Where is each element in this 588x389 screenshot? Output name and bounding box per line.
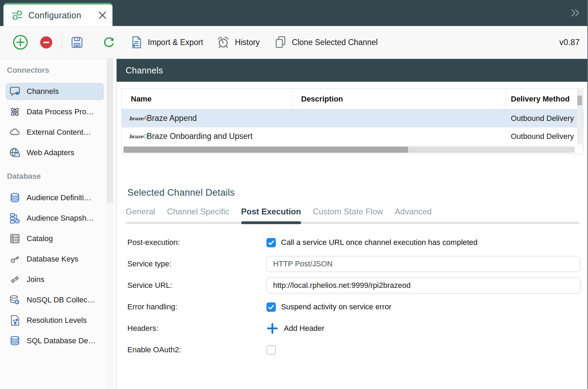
sidebar-item-nosql-collections[interactable]: NoSQL DB Collec… (0, 290, 116, 310)
toolbar-divider (62, 34, 62, 50)
form-row-error-handling: Error handling: Suspend activity on serv… (117, 299, 587, 315)
sidebar-item-label: NoSQL DB Collec… (27, 295, 95, 304)
form-row-service-type: Service type: (117, 256, 587, 272)
sidebar-item-label: Catalog (27, 234, 53, 243)
channel-description (292, 127, 506, 145)
tab-general[interactable]: General (126, 206, 155, 224)
sidebar-item-label: External Content… (27, 128, 91, 137)
sidebar-item-sql-database[interactable]: SQL Database De… (0, 330, 116, 351)
resolution-icon (9, 315, 21, 326)
sidebar-item-label: Data Process Pro… (27, 107, 94, 116)
snapshot-icon (9, 212, 21, 224)
clone-channel-label: Clone Selected Channel (292, 38, 378, 47)
service-url-input[interactable] (266, 277, 580, 293)
main-panel: Channels Name Description Delivery Metho… (117, 59, 587, 389)
channels-icon (9, 86, 21, 97)
channel-delivery-method: Outbound Delivery (506, 127, 583, 145)
clone-channel-button[interactable]: Clone Selected Channel (275, 36, 378, 48)
version-label: v0.87 (559, 37, 580, 47)
sidebar-item-label: Channels (27, 87, 59, 96)
sidebar: Connectors Channels (0, 59, 117, 389)
plus-icon (266, 322, 278, 334)
column-header-description[interactable]: Description (292, 89, 506, 109)
sidebar-section-connectors: Connectors (7, 66, 116, 75)
sidebar-item-external-content[interactable]: External Content… (0, 122, 116, 142)
sidebar-item-resolution-levels[interactable]: Resolution Levels (0, 310, 116, 330)
service-type-label: Service type: (117, 259, 266, 268)
channels-panel-header: Channels (117, 59, 587, 82)
error-handling-label: Error handling: (117, 302, 266, 311)
key-icon (9, 253, 21, 265)
sliders-icon (11, 9, 23, 21)
sidebar-section-database: Database (7, 172, 116, 181)
tab-custom-state-flow[interactable]: Custom State Flow (313, 206, 383, 224)
sidebar-item-data-process[interactable]: Data Process Pro… (0, 101, 116, 122)
globe-icon (9, 147, 21, 159)
column-header-delivery-method[interactable]: Delivery Method (506, 89, 583, 109)
sidebar-item-label: Database Keys (27, 255, 78, 264)
form-row-service-url: Service URL: (117, 277, 587, 293)
sidebar-item-audience-snapshots[interactable]: Audience Snapsh… (0, 208, 116, 228)
sidebar-scrollbar[interactable] (107, 59, 113, 389)
overflow-chevrons-icon[interactable] (571, 8, 580, 19)
channel-delivery-method: Outbound Delivery (506, 109, 583, 127)
tab-title: Configuration (28, 10, 81, 20)
sidebar-item-catalog[interactable]: Catalog (0, 228, 116, 249)
remove-button[interactable] (40, 36, 53, 49)
tab-configuration[interactable]: Configuration (3, 3, 112, 26)
catalog-icon (9, 233, 21, 245)
sidebar-item-audience-definitions[interactable]: Audience Definiti… (0, 187, 116, 208)
sidebar-item-label: SQL Database De… (27, 336, 96, 345)
error-handling-checkbox[interactable] (266, 302, 276, 312)
form-row-oauth: Enable OAuth2: (117, 342, 587, 358)
table-vertical-scrollbar-thumb[interactable] (577, 96, 582, 105)
sidebar-item-label: Audience Snapsh… (27, 214, 94, 223)
sidebar-item-database-keys[interactable]: Database Keys (0, 249, 116, 269)
table-horizontal-scrollbar-thumb[interactable] (124, 147, 408, 153)
error-handling-checkbox-label: Suspend activity on service error (281, 302, 391, 311)
sql-database-icon (9, 335, 21, 347)
tab-advanced[interactable]: Advanced (395, 206, 432, 224)
post-execution-form: Post-execution: Call a service URL once … (117, 235, 587, 358)
history-button[interactable]: History (217, 36, 260, 48)
close-tab-icon[interactable] (99, 11, 106, 19)
history-label: History (235, 38, 260, 47)
sidebar-item-label: Audience Definiti… (27, 193, 91, 202)
column-header-name[interactable]: Name (122, 89, 292, 109)
sidebar-scrollbar-thumb[interactable] (107, 59, 113, 203)
channels-table: Name Description Delivery Method brazeA … (121, 88, 584, 154)
sidebar-item-channels[interactable]: Channels (0, 81, 116, 101)
sidebar-item-label: Joins (27, 275, 44, 284)
refresh-button[interactable] (103, 36, 115, 48)
table-row[interactable]: brazeA Braze Append Outbound Delivery (122, 109, 583, 127)
table-row[interactable]: brazeO Braze Onboarding and Upsert Outbo… (122, 127, 583, 145)
selected-channel-details-title: Selected Channel Details (127, 186, 587, 199)
sidebar-item-joins[interactable]: Joins (0, 269, 116, 290)
form-row-headers: Headers: Add Header (117, 320, 587, 336)
tab-channel-specific[interactable]: Channel Specific (167, 206, 229, 224)
details-tabs: General Channel Specific Post Execution … (117, 206, 580, 224)
braze-logo: brazeO (129, 133, 144, 140)
tab-post-execution[interactable]: Post Execution (241, 206, 301, 224)
configuration-window: Configuration (0, 0, 587, 389)
data-process-icon (9, 106, 21, 118)
database-icon (9, 192, 21, 204)
sidebar-item-web-adapters[interactable]: Web Adapters (0, 142, 116, 163)
headers-label: Headers: (117, 324, 266, 333)
save-button[interactable] (71, 36, 83, 49)
window-tab-strip: Configuration (0, 0, 587, 26)
channels-panel-title: Channels (126, 65, 163, 76)
service-type-input[interactable] (266, 256, 580, 272)
toolbar: Import & Export History Clone Selected C… (0, 26, 587, 59)
add-header-button[interactable]: Add Header (266, 322, 324, 334)
add-button[interactable] (13, 35, 28, 50)
post-execution-label: Post-execution: (117, 238, 266, 247)
form-row-post-execution: Post-execution: Call a service URL once … (117, 235, 587, 250)
post-execution-checkbox-label: Call a service URL once channel executio… (281, 238, 478, 247)
enable-oauth-checkbox[interactable] (266, 345, 276, 355)
table-horizontal-scrollbar[interactable] (123, 147, 575, 153)
sidebar-item-label: Web Adapters (27, 148, 74, 157)
table-vertical-scrollbar[interactable] (577, 89, 582, 144)
import-export-button[interactable]: Import & Export (130, 36, 203, 48)
post-execution-checkbox[interactable] (266, 238, 276, 247)
